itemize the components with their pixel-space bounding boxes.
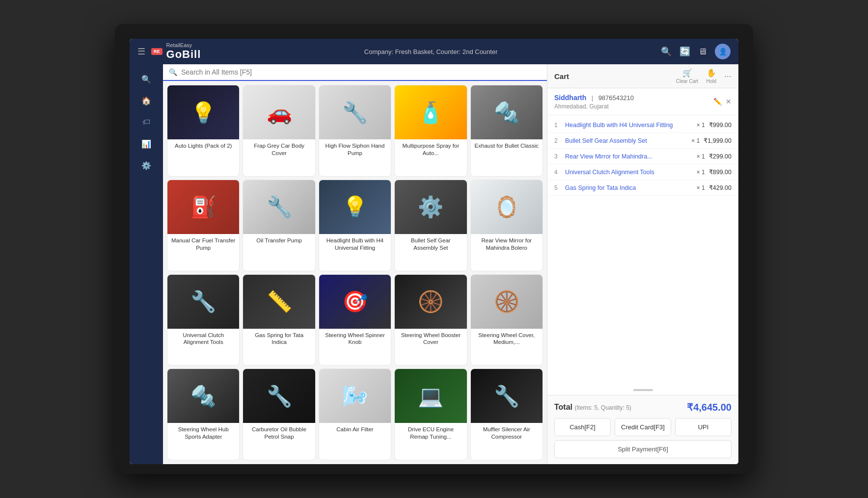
cart-item: 1 Headlight Bulb with H4 Universal Fitti… (547, 117, 738, 133)
edit-customer-icon[interactable]: ✏️ (713, 98, 722, 105)
product-name-muffler: Muffler Silencer Air Compressor (471, 423, 542, 444)
product-card-wheel-cover[interactable]: 🛞 Steering Wheel Cover, Medium,... (470, 274, 543, 366)
search-icon: 🔍 (169, 68, 177, 76)
pay-button-credit[interactable]: Credit Card[F3] (615, 418, 671, 436)
product-name-mirror: Rear View Mirror for Mahindra Bolero (471, 234, 542, 255)
product-card-gas-spring[interactable]: 📏 Gas Spring for Tata Indica (243, 274, 315, 366)
sidebar-icon-chart[interactable]: 📊 (136, 134, 156, 154)
avatar[interactable]: 👤 (715, 44, 731, 59)
item-number: 1 (554, 122, 561, 129)
product-card-headlight[interactable]: 💡 Headlight Bulb with H4 Universal Fitti… (319, 180, 391, 271)
clear-cart-button[interactable]: 🛒 Clear Cart (676, 68, 699, 84)
cart-footer: Total (Items: 5, Quantity: 5) ₹4,645.00 … (547, 395, 738, 464)
product-name-carb: Carburetor Oil Bubble Petrol Snap (243, 423, 315, 444)
pay-button-upi[interactable]: UPI (675, 418, 732, 436)
product-card-ecu[interactable]: 💻 Drive ECU Engine Remap Tuning... (394, 368, 467, 460)
product-card-mirror[interactable]: 🪞 Rear View Mirror for Mahindra Bolero (470, 180, 543, 271)
item-qty: × 1 (691, 137, 700, 144)
clear-cart-label: Clear Cart (676, 79, 699, 84)
sidebar-icon-search[interactable]: 🔍 (136, 69, 156, 89)
logo-area: RE RetailEasy GoBill (151, 42, 201, 61)
product-name-spinner: Steering Wheel Spinner Knob (319, 329, 391, 349)
item-price: ₹999.00 (709, 121, 732, 129)
cart-item: 5 Gas Spring for Tata Indica × 1 ₹429.00 (547, 180, 738, 196)
product-image-booster: 🛞 (395, 275, 466, 329)
item-name[interactable]: Bullet Self Gear Assembly Set (565, 137, 684, 144)
scroll-indicator (547, 385, 738, 395)
product-image-siphon: 🔧 (319, 85, 391, 139)
product-name-gear: Bullet Self Gear Assembly Set (395, 234, 466, 255)
product-name-car-cover: Frap Grey Car Body Cover (243, 139, 315, 160)
product-image-hub: 🔩 (167, 369, 239, 423)
hold-button[interactable]: ✋ Hold (706, 68, 716, 84)
cart-item: 3 Rear View Mirror for Mahindra... × 1 ₹… (547, 149, 738, 164)
product-name-headlight: Headlight Bulb with H4 Universal Fitting (319, 234, 391, 255)
split-payment-button[interactable]: Split Payment[F6] (554, 440, 732, 458)
product-card-wd40[interactable]: 🧴 Multipurpose Spray for Auto... (394, 85, 467, 177)
company-info: Company: Fresh Basket, Counter: 2nd Coun… (207, 48, 655, 55)
cart-title: Cart (554, 72, 569, 80)
close-customer-icon[interactable]: ✕ (726, 98, 732, 105)
product-card-muffler[interactable]: 🔧 Muffler Silencer Air Compressor (470, 368, 543, 460)
total-row: Total (Items: 5, Quantity: 5) ₹4,645.00 (554, 401, 732, 413)
product-name-auto-lights: Auto Lights (Pack of 2) (167, 139, 239, 157)
screen-icon[interactable]: 🖥 (698, 47, 707, 57)
total-amount: ₹4,645.00 (687, 401, 732, 413)
product-image-mirror: 🪞 (471, 180, 542, 234)
product-card-oil-pump[interactable]: 🔧 Oil Transfer Pump (243, 180, 315, 271)
product-name-booster: Steering Wheel Booster Cover (395, 329, 466, 349)
sidebar-icon-home[interactable]: 🏠 (136, 91, 156, 110)
product-card-hub[interactable]: 🔩 Steering Wheel Hub Sports Adapter (167, 368, 240, 460)
products-grid: 💡 Auto Lights (Pack of 2) 🚗 Frap Grey Ca… (163, 81, 547, 464)
product-name-hub: Steering Wheel Hub Sports Adapter (167, 423, 239, 444)
sidebar-icon-tag[interactable]: 🏷 (136, 112, 156, 132)
menu-icon[interactable]: ☰ (137, 46, 145, 57)
item-price: ₹899.00 (709, 168, 732, 176)
item-name[interactable]: Universal Clutch Alignment Tools (565, 169, 690, 176)
item-price: ₹299.00 (709, 153, 732, 160)
item-name[interactable]: Rear View Mirror for Mahindra... (565, 153, 690, 160)
product-image-fuel-pump: ⛽ (167, 180, 239, 234)
cart-header-actions: 🛒 Clear Cart ✋ Hold ··· (676, 68, 732, 84)
brand-name: RetailEasy (166, 42, 201, 48)
product-card-auto-lights[interactable]: 💡 Auto Lights (Pack of 2) (167, 85, 240, 177)
product-image-wheel-cover: 🛞 (471, 275, 542, 329)
customer-location: Ahmedabad, Gujarat (554, 103, 634, 110)
search-topbar-icon[interactable]: 🔍 (661, 46, 672, 57)
product-card-siphon[interactable]: 🔧 High Flow Siphon Hand Pump (319, 85, 391, 177)
clear-cart-icon: 🛒 (682, 68, 692, 78)
item-name[interactable]: Headlight Bulb with H4 Universal Fitting (565, 122, 690, 129)
product-image-gas-spring: 📏 (243, 275, 315, 329)
cart-panel: Cart 🛒 Clear Cart ✋ Hold ··· (547, 64, 738, 464)
product-card-spinner[interactable]: 🎯 Steering Wheel Spinner Knob (319, 274, 391, 366)
cart-more-icon[interactable]: ··· (724, 71, 732, 81)
product-card-clutch[interactable]: 🔧 Universal Clutch Alignment Tools (167, 274, 240, 366)
product-card-cabin[interactable]: 🌬️ Cabin Air Filter (319, 368, 391, 460)
search-input[interactable] (181, 68, 541, 76)
product-name-oil-pump: Oil Transfer Pump (243, 234, 315, 252)
product-name-wheel-cover: Steering Wheel Cover, Medium,... (471, 329, 542, 349)
sidebar-icon-settings[interactable]: ⚙️ (136, 156, 156, 175)
product-card-fuel-pump[interactable]: ⛽ Manual Car Fuel Transfer Pump (167, 180, 240, 271)
product-image-ecu: 💻 (395, 369, 466, 423)
product-card-exhaust[interactable]: 🔩 Exhaust for Bullet Classic (470, 85, 543, 177)
customer-info: Siddharth | 9876543210 Ahmedabad, Gujara… (547, 88, 738, 115)
product-card-car-cover[interactable]: 🚗 Frap Grey Car Body Cover (243, 85, 315, 177)
item-qty: × 1 (697, 169, 705, 176)
product-image-auto-lights: 💡 (167, 85, 239, 139)
product-card-booster[interactable]: 🛞 Steering Wheel Booster Cover (394, 274, 467, 366)
product-image-muffler: 🔧 (471, 369, 542, 423)
product-card-carb[interactable]: 🔧 Carburetor Oil Bubble Petrol Snap (243, 368, 315, 460)
product-name-siphon: High Flow Siphon Hand Pump (319, 139, 391, 160)
cart-header: Cart 🛒 Clear Cart ✋ Hold ··· (547, 64, 738, 88)
item-name[interactable]: Gas Spring for Tata Indica (565, 184, 690, 191)
product-card-gear[interactable]: ⚙️ Bullet Self Gear Assembly Set (394, 180, 467, 271)
cart-items: 1 Headlight Bulb with H4 Universal Fitti… (547, 115, 738, 385)
product-image-oil-pump: 🔧 (243, 180, 315, 234)
customer-name[interactable]: Siddharth (554, 94, 586, 102)
item-number: 2 (554, 137, 561, 144)
cart-item: 4 Universal Clutch Alignment Tools × 1 ₹… (547, 164, 738, 180)
refresh-icon[interactable]: 🔄 (679, 46, 690, 57)
pay-button-cash[interactable]: Cash[F2] (554, 418, 611, 436)
product-name-cabin: Cabin Air Filter (319, 423, 391, 441)
